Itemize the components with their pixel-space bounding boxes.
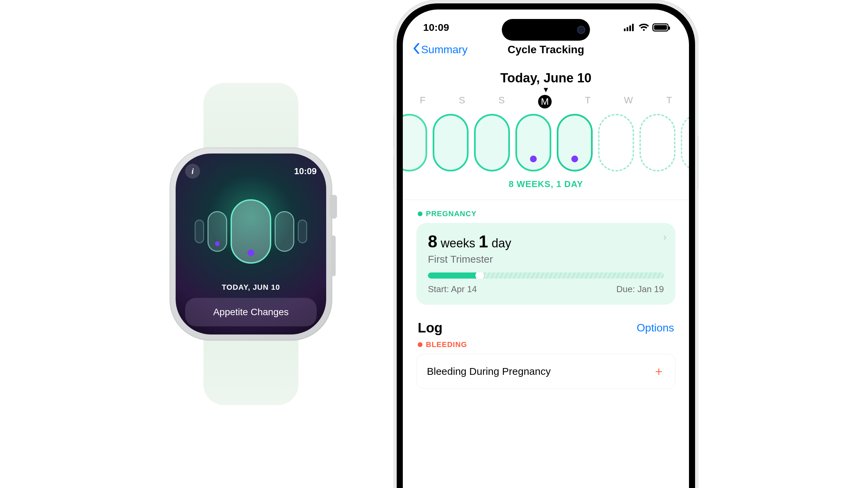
cycle-day-oval[interactable]	[403, 114, 427, 171]
section-label-text: PREGNANCY	[426, 209, 477, 218]
pregnancy-progress-bar	[428, 272, 664, 279]
info-icon[interactable]: i	[185, 164, 200, 179]
pregnancy-section-label: PREGNANCY	[403, 209, 689, 218]
cycle-day-oval	[208, 211, 227, 252]
nav-title: Cycle Tracking	[508, 43, 584, 56]
symptom-dot-icon	[571, 156, 578, 162]
cycle-day-oval	[195, 220, 204, 243]
cycle-day-oval[interactable]	[474, 114, 510, 171]
log-heading: Log	[418, 320, 442, 336]
gestation-age-value: 8 weeks 1 day	[428, 232, 664, 251]
weekday-letter-active: M	[538, 95, 552, 108]
cycle-day-oval-future[interactable]	[681, 114, 689, 171]
cellular-signal-icon	[624, 24, 635, 31]
pregnancy-dates-row: Start: Apr 14 Due: Jan 19	[428, 284, 664, 294]
divider	[403, 200, 689, 200]
days-word: day	[492, 236, 511, 250]
cycle-day-scroller[interactable]	[403, 108, 689, 171]
weeks-word: weeks	[441, 236, 475, 250]
watch-screen: i 10:09 TODAY, JUN 10 Appetite Changes	[176, 154, 326, 334]
cycle-day-oval	[298, 220, 307, 243]
bleeding-section-label: BLEEDING	[403, 340, 689, 349]
weekday-letter: T	[585, 95, 591, 108]
svg-rect-2	[629, 25, 631, 31]
gestation-age-label: 8 WEEKS, 1 DAY	[403, 179, 689, 189]
watch-case: i 10:09 TODAY, JUN 10 Appetite Changes	[170, 147, 332, 341]
chevron-right-icon: ›	[663, 231, 667, 243]
section-label-text: BLEEDING	[426, 340, 467, 349]
weekday-letter: S	[498, 95, 505, 108]
symptom-dot-icon	[530, 156, 537, 162]
status-time: 10:09	[423, 22, 449, 33]
due-date-label: Due: Jan 19	[616, 284, 664, 294]
watch-clock: 10:09	[294, 166, 317, 177]
bullet-icon	[418, 342, 422, 347]
cycle-day-oval-today[interactable]	[557, 114, 593, 171]
options-button[interactable]: Options	[637, 322, 674, 334]
volume-down-button[interactable]	[393, 156, 394, 190]
back-button[interactable]: Summary	[413, 43, 468, 57]
volume-up-button[interactable]	[393, 115, 394, 149]
svg-rect-1	[627, 27, 628, 31]
phone-screen: 10:09 Summary	[403, 9, 689, 488]
wifi-icon	[639, 24, 649, 31]
cycle-day-oval[interactable]	[515, 114, 551, 171]
pregnancy-card[interactable]: › 8 weeks 1 day First Trimester Start: A…	[416, 223, 675, 305]
symptom-dot-icon	[215, 241, 220, 246]
power-button[interactable]	[698, 136, 698, 190]
weekday-letter: S	[459, 95, 465, 108]
bullet-icon	[418, 211, 422, 216]
symptom-pill-button[interactable]: Appetite Changes	[185, 298, 317, 326]
plus-icon[interactable]: ＋	[653, 363, 665, 380]
cycle-day-oval-today[interactable]	[231, 199, 271, 264]
apple-watch-device: i 10:09 TODAY, JUN 10 Appetite Changes	[170, 83, 332, 405]
weekday-letter: T	[666, 95, 672, 108]
watch-side-button[interactable]	[331, 236, 336, 276]
cycle-day-oval-future[interactable]	[639, 114, 675, 171]
weeks-number: 8	[428, 232, 437, 251]
nav-bar: Summary Cycle Tracking	[403, 33, 689, 62]
chevron-left-icon	[413, 43, 420, 57]
log-header: Log Options	[403, 305, 689, 340]
svg-rect-0	[624, 28, 626, 31]
symptom-dot-icon	[248, 249, 254, 256]
digital-crown[interactable]	[330, 195, 337, 219]
svg-rect-3	[632, 24, 634, 31]
trimester-label: First Trimester	[428, 253, 664, 265]
log-item-bleeding[interactable]: Bleeding During Pregnancy ＋	[416, 354, 675, 389]
cycle-day-oval[interactable]	[433, 114, 469, 171]
today-heading: Today, June 10	[403, 71, 689, 85]
weekday-letter: F	[420, 95, 426, 108]
weekday-letter: W	[624, 95, 633, 108]
today-marker-icon: ▼	[403, 87, 689, 92]
battery-icon	[652, 23, 669, 32]
front-camera-icon	[577, 26, 585, 34]
back-label: Summary	[421, 43, 468, 56]
log-item-label: Bleeding During Pregnancy	[427, 366, 551, 377]
iphone-device: 10:09 Summary	[393, 0, 698, 488]
progress-fill	[428, 272, 480, 279]
progress-knob-icon	[475, 272, 484, 279]
weekday-row: F S S M T W T	[403, 92, 689, 108]
start-date-label: Start: Apr 14	[428, 284, 477, 294]
cycle-day-oval-future[interactable]	[598, 114, 634, 171]
days-number: 1	[479, 232, 488, 251]
watch-date-label: TODAY, JUN 10	[185, 283, 317, 292]
cycle-day-oval	[275, 211, 294, 252]
watch-cycle-ovals[interactable]	[185, 182, 317, 281]
